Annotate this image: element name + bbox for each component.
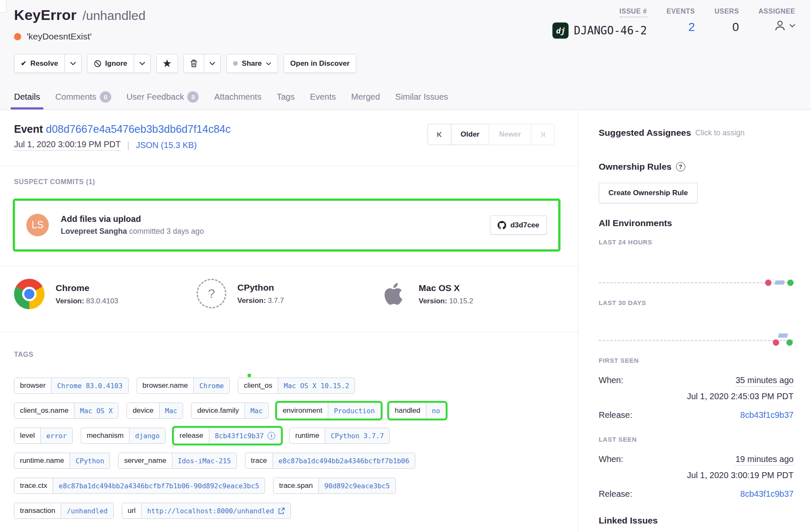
events-count[interactable]: 2 xyxy=(688,20,695,34)
create-ownership-rule-button[interactable]: Create Ownership Rule xyxy=(599,183,698,203)
tag-pill-device[interactable]: deviceMac xyxy=(127,403,183,419)
tag-row: transaction/unhandled urlhttp://localhos… xyxy=(14,503,446,519)
delete-button[interactable] xyxy=(184,54,204,73)
tag-value: Mac OS X 10.15.2 xyxy=(278,378,355,393)
tag-pill-level[interactable]: levelerror xyxy=(14,428,73,444)
assignee-selector[interactable] xyxy=(773,19,795,32)
tab-tags[interactable]: Tags xyxy=(274,91,297,109)
ignore-dropdown-button[interactable] xyxy=(134,54,150,73)
tag-pill-release[interactable]: release8cb43f1c9b37i xyxy=(174,428,281,444)
event-bar-marker xyxy=(774,280,785,285)
last-seen-relative-time[interactable]: 19 minutes ago xyxy=(735,454,794,466)
last-seen-absolute-time: Jul 1, 2020 3:00:19 PM PDT xyxy=(599,470,794,480)
tag-pill-device-family[interactable]: device.familyMac xyxy=(191,403,268,419)
sparkline-last-30-days xyxy=(599,340,794,342)
help-icon[interactable]: ? xyxy=(676,162,685,171)
chevron-down-icon xyxy=(266,62,271,65)
tag-pill-trace[interactable]: tracee8c87ba1dc494bb2a4346bcfbf7b1b06 xyxy=(245,453,415,469)
older-event-button[interactable]: Older xyxy=(451,124,489,145)
release-label: Release: xyxy=(599,489,632,499)
event-label: Event xyxy=(14,123,43,135)
tag-key: level xyxy=(14,428,40,443)
tag-pill-trace-ctx[interactable]: trace.ctxe8c87ba1dc494bb2a4346bcfbf7b1b0… xyxy=(14,478,265,494)
tag-pill-browser-name[interactable]: browser.nameChrome xyxy=(137,378,230,394)
issue-number-value[interactable]: dj DJANGO-46-2 xyxy=(552,22,647,39)
external-link-icon[interactable] xyxy=(278,507,285,515)
tag-pill-server-name[interactable]: server_nameIdos-iMac-215 xyxy=(118,453,237,469)
comments-count-badge: 0 xyxy=(100,91,111,103)
issue-subtitle: 'keyDoesntExist' xyxy=(27,31,92,42)
resolve-dropdown-button[interactable] xyxy=(65,54,81,73)
suspect-commits-heading: SUSPECT COMMITS (1) xyxy=(14,178,95,186)
tab-comments-label: Comments xyxy=(55,92,96,102)
event-json-link[interactable]: JSON (15.3 KB) xyxy=(136,140,197,150)
tag-pill-runtime[interactable]: runtimeCPython 3.7.7 xyxy=(289,428,390,444)
issue-subtitle-row: 'keyDoesntExist' xyxy=(14,31,92,42)
open-in-discover-button[interactable]: Open in Discover xyxy=(284,54,356,73)
tab-similar-issues[interactable]: Similar Issues xyxy=(393,91,451,109)
first-event-button[interactable] xyxy=(428,124,451,145)
release-label: Release: xyxy=(599,410,632,420)
tab-details-label: Details xyxy=(14,92,40,102)
tab-user-feedback[interactable]: User Feedback0 xyxy=(124,91,202,109)
first-seen-absolute-time: Jul 1, 2020 2:45:03 PM PDT xyxy=(599,392,794,401)
events-label: EVENTS xyxy=(667,8,695,15)
share-button[interactable]: Share xyxy=(227,54,277,73)
event-id-link[interactable]: d08d7667e4a5476eb3b3db6d7f14c84c xyxy=(46,123,231,135)
tags-list: browserChrome 83.0.4103 browser.nameChro… xyxy=(14,378,446,528)
ignore-button[interactable]: Ignore xyxy=(87,54,134,73)
tab-tags-label: Tags xyxy=(277,92,295,102)
context-runtime: ? CPython Version: 3.7.7 xyxy=(197,279,284,308)
commit-sha-button[interactable]: d3d7cee xyxy=(490,216,547,235)
context-os-version: Version: 10.15.2 xyxy=(419,297,473,305)
tag-key: server_name xyxy=(118,453,172,468)
event-bar-marker xyxy=(778,333,788,338)
info-icon[interactable]: i xyxy=(268,432,275,440)
tag-pill-browser[interactable]: browserChrome 83.0.4103 xyxy=(14,378,129,394)
tag-pill-handled[interactable]: handledno xyxy=(389,403,446,419)
tag-pill-trace-span[interactable]: trace.span90d892c9eace3bc5 xyxy=(273,478,396,494)
click-to-assign-hint: Click to assign xyxy=(695,129,744,137)
first-seen-relative-time[interactable]: 35 minutes ago xyxy=(735,375,794,387)
tag-pill-transaction[interactable]: transaction/unhandled xyxy=(14,503,114,519)
tag-pill-client-os[interactable]: client_osMac OS X 10.15.2 xyxy=(238,378,355,394)
tab-merged[interactable]: Merged xyxy=(349,91,383,109)
tag-pill-runtime-name[interactable]: runtime.nameCPython xyxy=(14,453,110,469)
resolve-button[interactable]: ✔ Resolve xyxy=(14,54,65,73)
issue-tabs: Details Comments0 User Feedback0 Attachm… xyxy=(11,91,451,109)
tag-pill-mechanism[interactable]: mechanismdjango xyxy=(81,428,166,444)
section-divider xyxy=(0,266,578,266)
tab-attachments[interactable]: Attachments xyxy=(211,91,264,109)
newer-event-button[interactable]: Newer xyxy=(489,124,531,145)
tag-pill-environment[interactable]: environmentProduction xyxy=(277,403,381,419)
chevron-down-icon xyxy=(209,62,215,65)
tab-events[interactable]: Events xyxy=(307,91,338,109)
chrome-icon xyxy=(14,279,45,309)
tag-key: device xyxy=(127,403,159,418)
assignee-label: ASSIGNEE xyxy=(758,8,795,15)
issue-number-label: ISSUE # xyxy=(620,8,647,17)
delete-dropdown-button[interactable] xyxy=(204,54,220,73)
context-runtime-text: CPython Version: 3.7.7 xyxy=(237,283,284,305)
users-label: USERS xyxy=(715,8,739,15)
suggested-assignees-section: Suggested Assignees Click to assign xyxy=(599,128,794,138)
tag-key: environment xyxy=(277,403,328,418)
all-environments-title-wrap: All Environments xyxy=(599,218,794,228)
tag-pill-client-os-name[interactable]: client_os.nameMac OS X xyxy=(14,403,118,419)
version-label: Version: xyxy=(237,297,266,305)
last-seen-when-row: When: 19 minutes ago xyxy=(599,454,794,466)
event-date[interactable]: Jul 1, 2020 3:00:19 PM PDT xyxy=(14,140,121,151)
tab-comments[interactable]: Comments0 xyxy=(53,91,114,109)
tag-key: release xyxy=(174,428,209,443)
bookmark-star-button[interactable]: ★ xyxy=(157,54,178,73)
tag-pill-url[interactable]: urlhttp://localhost:8000/unhandled xyxy=(122,503,291,519)
last-seen-release-link[interactable]: 8cb43f1c9b37 xyxy=(740,489,794,499)
last-event-button[interactable] xyxy=(531,124,555,145)
tag-row: client_os.nameMac OS X deviceMac device.… xyxy=(14,403,446,419)
first-seen-release-link[interactable]: 8cb43f1c9b37 xyxy=(740,410,794,420)
users-count[interactable]: 0 xyxy=(732,20,739,34)
tab-details[interactable]: Details xyxy=(11,91,42,109)
tag-key: transaction xyxy=(14,503,61,518)
bookmark-button-group: ★ xyxy=(156,54,178,73)
tag-value: /unhandled xyxy=(61,503,113,518)
